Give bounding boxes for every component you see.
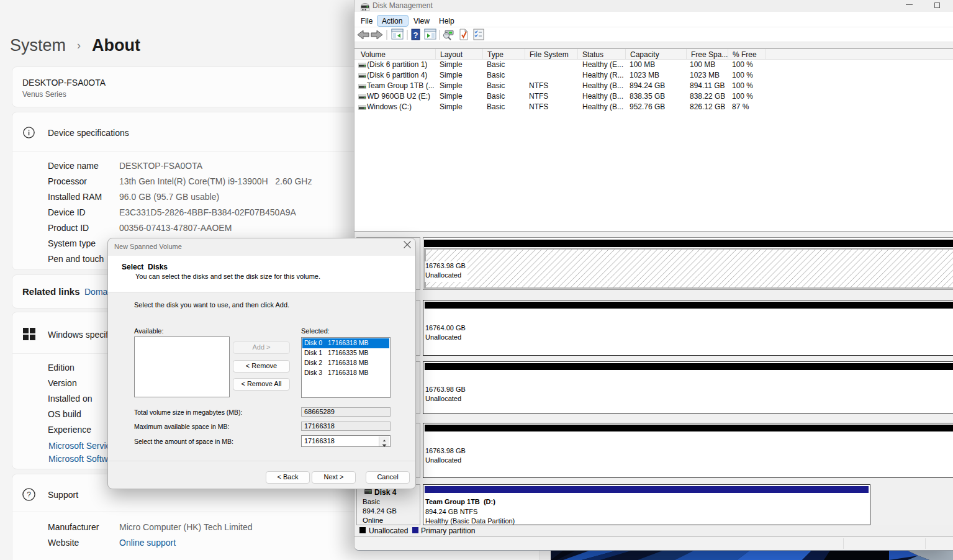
svg-text:?: ? [27, 490, 31, 499]
